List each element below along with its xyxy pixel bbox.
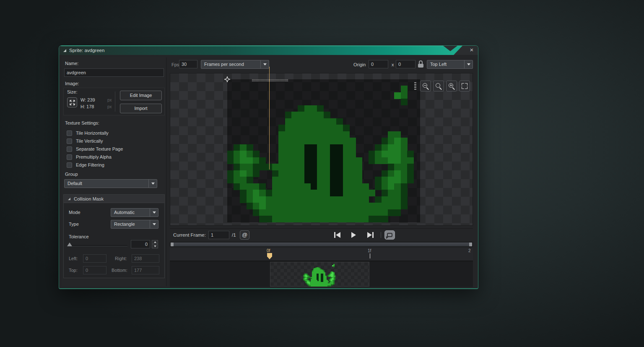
onion-skin-button[interactable]: @	[240, 230, 249, 240]
sprite-editor-window: Sprite: avdgreen × Name: Image: Size: W:…	[59, 45, 478, 289]
size-label: Size:	[67, 89, 77, 94]
sprite-pixel-art	[227, 79, 420, 222]
checkbox-label: Tile Vertically	[76, 138, 103, 143]
collision-mask-header[interactable]: Collision Mask	[64, 195, 164, 203]
unlock-icon[interactable]	[418, 60, 424, 68]
checkbox-icon[interactable]	[67, 138, 72, 144]
scrollbar-left-grip[interactable]	[171, 243, 174, 246]
checkbox-tile-horizontally[interactable]: Tile Horizontally	[67, 130, 109, 136]
checkbox-icon[interactable]	[67, 154, 72, 160]
checkbox-icon[interactable]	[67, 162, 72, 168]
skip-to-end-button[interactable]	[366, 232, 374, 238]
dropdown-button[interactable]	[260, 60, 269, 68]
height-value: H: 178	[80, 104, 94, 109]
dropdown-button[interactable]	[150, 209, 158, 217]
group-label: Group	[65, 172, 78, 177]
sprite-preview-area: Fps Frames per second Origin x Top Left	[170, 55, 473, 286]
checkbox-icon[interactable]	[67, 130, 72, 136]
fit-to-view-button[interactable]	[459, 81, 470, 91]
collapse-section-icon[interactable]	[68, 198, 70, 200]
properties-panel: Name: Image: Size: W: 239 H: 178 px px E…	[62, 57, 166, 286]
size-divider	[115, 91, 115, 112]
chevron-down-icon	[151, 183, 155, 185]
dropdown-button[interactable]	[464, 60, 473, 68]
sprite-image-area[interactable]	[227, 79, 420, 222]
controls-divider	[381, 232, 381, 238]
fps-input[interactable]	[179, 60, 197, 68]
spinner-down-icon[interactable]	[152, 244, 158, 248]
group-value: Default	[65, 180, 148, 188]
tolerance-spinner[interactable]	[152, 240, 158, 248]
mask-top-label: Top:	[69, 268, 78, 273]
checkbox-label: Separate Texture Page	[76, 146, 123, 151]
tolerance-slider-thumb[interactable]	[67, 243, 72, 246]
mask-bottom-input[interactable]	[132, 266, 159, 274]
height-unit: px	[107, 104, 112, 109]
edit-image-button[interactable]: Edit Image	[120, 91, 162, 100]
origin-y-input[interactable]	[396, 60, 415, 68]
play-button[interactable]	[349, 232, 358, 238]
width-unit: px	[107, 98, 112, 102]
origin-preset-value: Top Left	[427, 60, 464, 68]
tolerance-slider-track[interactable]	[69, 245, 127, 246]
origin-preset-dropdown[interactable]: Top Left	[427, 60, 473, 69]
loop-toggle-button[interactable]	[384, 230, 395, 240]
checkbox-edge-filtering[interactable]: Edge Filtering	[67, 162, 104, 168]
tolerance-input[interactable]	[131, 240, 150, 248]
playback-mode-dropdown[interactable]: Frames per second	[201, 60, 269, 69]
toolbar-grip-icon[interactable]	[414, 82, 416, 90]
mode-dropdown[interactable]: Automatic	[111, 208, 158, 217]
chevron-down-icon	[467, 63, 470, 65]
collision-mask-title: Collision Mask	[74, 196, 104, 201]
spinner-up-icon[interactable]	[152, 240, 158, 244]
image-label: Image:	[65, 81, 79, 86]
zoom-out-button[interactable]	[420, 81, 431, 91]
timeline-ruler[interactable]: 0f 1f 2	[170, 248, 473, 261]
name-input[interactable]	[64, 68, 164, 77]
collapse-window-icon[interactable]	[63, 49, 66, 52]
timeline-scrollbar[interactable]	[170, 242, 473, 247]
zoom-reset-button[interactable]	[433, 81, 444, 91]
play-icon	[351, 232, 356, 238]
scrollbar-thumb[interactable]	[171, 243, 472, 246]
title-bar[interactable]: Sprite: avdgreen ×	[59, 46, 478, 55]
resize-handle-dots[interactable]	[252, 79, 288, 81]
playhead-line	[269, 67, 270, 170]
tick-1f: 1f	[368, 248, 371, 253]
dropdown-button[interactable]	[150, 220, 158, 228]
checkbox-tile-vertically[interactable]: Tile Vertically	[67, 138, 103, 144]
mask-left-label: Left:	[69, 256, 78, 261]
mask-left-input[interactable]	[83, 254, 106, 263]
checkbox-label: Tile Horizontally	[76, 130, 109, 136]
checkbox-label: Edge Filtering	[76, 162, 104, 167]
skip-to-start-button[interactable]	[333, 232, 341, 238]
tick-mark	[370, 253, 370, 258]
mask-bottom-label: Bottom:	[112, 268, 127, 273]
checkbox-label: Premultiply Alpha	[76, 154, 112, 159]
checkbox-separate-texture-page[interactable]: Separate Texture Page	[67, 146, 123, 152]
frame-total: /1	[232, 232, 236, 237]
mask-top-input[interactable]	[83, 266, 106, 274]
group-dropdown[interactable]: Default	[64, 179, 157, 188]
dropdown-button[interactable]	[148, 180, 157, 188]
close-icon[interactable]: ×	[468, 46, 475, 54]
resize-expand-icon[interactable]	[67, 97, 77, 107]
origin-separator: x	[392, 62, 394, 67]
checkbox-premultiply-alpha[interactable]: Premultiply Alpha	[67, 154, 112, 160]
current-frame-input[interactable]	[208, 231, 229, 239]
playhead-handle[interactable]	[267, 253, 272, 259]
origin-x-input[interactable]	[369, 60, 388, 68]
checkbox-icon[interactable]	[67, 146, 72, 152]
mask-right-input[interactable]	[132, 254, 159, 263]
scrollbar-right-grip[interactable]	[469, 243, 472, 246]
import-button[interactable]: Import	[120, 104, 162, 113]
type-dropdown[interactable]: Rectangle	[111, 220, 158, 229]
origin-star-icon[interactable]	[224, 76, 230, 82]
origin-label: Origin	[353, 62, 366, 67]
zoom-in-button[interactable]	[446, 81, 457, 91]
tolerance-label: Tolerance	[69, 234, 89, 239]
canvas-viewport[interactable]	[170, 73, 473, 226]
frame-0-cell[interactable]	[270, 262, 369, 287]
chevron-down-icon	[153, 211, 156, 214]
expand-arrows-icon	[69, 99, 75, 106]
